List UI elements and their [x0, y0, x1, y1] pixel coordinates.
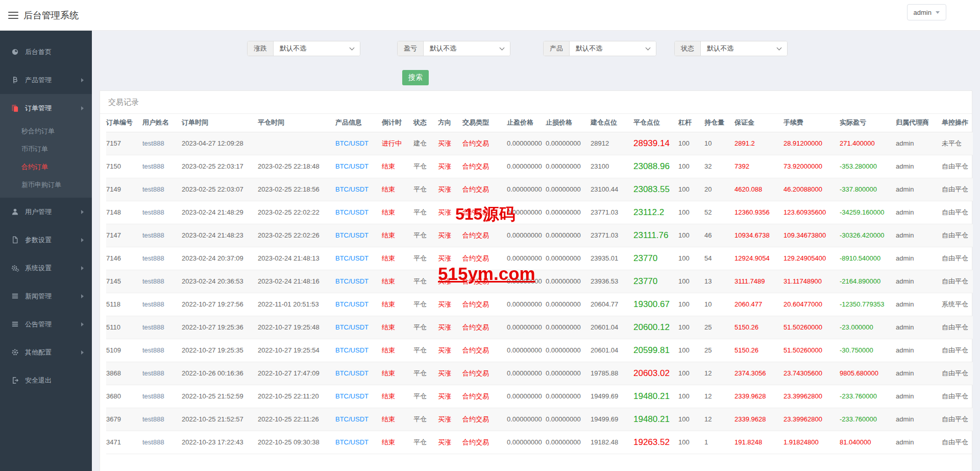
sidebar-item-label: 用户管理: [25, 207, 81, 217]
vol-cell: 12: [704, 362, 734, 385]
fee-cell: 23.74305600: [783, 362, 840, 385]
profit-cell: -2164.890000: [840, 270, 896, 293]
sidebar-item-product[interactable]: 产品管理: [0, 66, 92, 94]
sidebar-item-label: 安全退出: [25, 376, 84, 385]
countdown-cell: 结束: [382, 224, 413, 247]
agent-cell: admin: [896, 316, 942, 339]
status-cell: 建仓: [413, 132, 438, 155]
sidebar-subitem[interactable]: 币币订单: [0, 140, 92, 158]
user-cell: test888: [142, 408, 182, 431]
updown-select[interactable]: 默认不选: [274, 41, 360, 56]
product-cell[interactable]: BTC/USDT: [335, 385, 382, 408]
profit-label: 盈亏: [398, 41, 424, 56]
sidebar-item-user[interactable]: 用户管理: [0, 198, 92, 226]
id-cell: 7146: [106, 247, 142, 270]
user-cell: test888: [142, 132, 182, 155]
search-button[interactable]: 搜索: [402, 70, 429, 85]
sidebar-subitem[interactable]: 新币申购订单: [0, 176, 92, 194]
tp-cell: 0.00000000: [507, 293, 546, 316]
tp-cell: 0.00000000: [507, 178, 546, 201]
tp-cell: 0.00000000: [507, 155, 546, 178]
user-dropdown[interactable]: admin: [907, 4, 946, 20]
sidebar-item-logout[interactable]: 安全退出: [0, 366, 92, 394]
chevron-right-icon: [81, 294, 84, 298]
chevron-right-icon: [81, 322, 84, 326]
product-cell[interactable]: BTC/USDT: [335, 293, 382, 316]
product-cell[interactable]: BTC/USDT: [335, 224, 382, 247]
sidebar-item-label: 新闻管理: [25, 292, 81, 301]
orders-icon: [11, 104, 20, 112]
margin-cell: 191.8248: [734, 431, 783, 454]
product-cell[interactable]: BTC/USDT: [335, 362, 382, 385]
sidebar-subitem[interactable]: 合约订单: [0, 158, 92, 176]
sidebar-item-label: 公告管理: [25, 320, 81, 329]
product-cell[interactable]: BTC/USDT: [335, 155, 382, 178]
product-cell[interactable]: BTC/USDT: [335, 201, 382, 224]
profit-select[interactable]: 默认不选: [424, 41, 510, 56]
product-cell[interactable]: BTC/USDT: [335, 270, 382, 293]
open_time-cell: 2022-10-23 17:22:43: [182, 431, 258, 454]
product-cell[interactable]: BTC/USDT: [335, 431, 382, 454]
table-row: 3679test8882022-10-25 21:52:572022-10-25…: [106, 408, 973, 431]
product-cell[interactable]: BTC/USDT: [335, 339, 382, 362]
vol-cell: 12: [704, 408, 734, 431]
sidebar-item-params[interactable]: 参数设置: [0, 226, 92, 254]
close_pt-cell: 23088.96: [633, 155, 678, 178]
sidebar-item-other[interactable]: 其他配置: [0, 338, 92, 366]
table-row: 7149test8882023-02-25 22:03:072023-02-25…: [106, 178, 973, 201]
product-cell[interactable]: BTC/USDT: [335, 247, 382, 270]
vol-cell: 1: [704, 431, 734, 454]
open_pt-cell: 19785.88: [591, 362, 633, 385]
lever-cell: 100: [678, 155, 704, 178]
status-cell: 平仓: [413, 270, 438, 293]
agent-cell: admin: [896, 339, 942, 362]
direction-cell: 买涨: [438, 293, 462, 316]
type-cell: 合约交易: [462, 201, 507, 224]
close_time-cell: 2023-02-25 22:02:22: [258, 201, 335, 224]
profit-cell: 271.400000: [840, 132, 896, 155]
sidebar-subitem[interactable]: 秒合约订单: [0, 122, 92, 140]
user-name: admin: [914, 9, 932, 16]
close_pt-cell: 19480.21: [633, 408, 678, 431]
op-cell: 自由平仓: [942, 316, 973, 339]
sidebar-item-order[interactable]: 订单管理: [0, 94, 92, 122]
lever-cell: 100: [678, 201, 704, 224]
status-cell: 平仓: [413, 431, 438, 454]
product-cell[interactable]: BTC/USDT: [335, 408, 382, 431]
sidebar-item-home[interactable]: 后台首页: [0, 38, 92, 66]
agent-cell: admin: [896, 293, 942, 316]
type-cell: 合约交易: [462, 132, 507, 155]
product-cell[interactable]: BTC/USDT: [335, 316, 382, 339]
sl-cell: 0.00000000: [546, 431, 591, 454]
hamburger-menu-icon[interactable]: [8, 12, 18, 21]
sidebar-item-system[interactable]: 系统设置: [0, 254, 92, 282]
product-select[interactable]: 默认不选: [570, 41, 656, 56]
agent-cell: admin: [896, 385, 942, 408]
product-cell[interactable]: BTC/USDT: [335, 132, 382, 155]
close_time-cell: 2023-02-25 22:18:48: [258, 155, 335, 178]
col-header-product: 产品信息: [335, 114, 382, 132]
id-cell: 7150: [106, 155, 142, 178]
col-header-tp: 止盈价格: [507, 114, 546, 132]
type-cell: 合约交易: [462, 178, 507, 201]
direction-cell: 买涨: [438, 316, 462, 339]
status-cell: 平仓: [413, 362, 438, 385]
type-cell: 合约交易: [462, 247, 507, 270]
sl-cell: 0.00000000: [546, 247, 591, 270]
direction-cell: 买涨: [438, 431, 462, 454]
agent-cell: admin: [896, 132, 942, 155]
close_time-cell: 2022-10-25 22:11:26: [258, 408, 335, 431]
open_time-cell: 2022-10-26 00:16:36: [182, 362, 258, 385]
countdown-cell: 结束: [382, 155, 413, 178]
status-select[interactable]: 默认不选: [701, 41, 787, 56]
close_time-cell: 2023-02-24 21:48:13: [258, 247, 335, 270]
updown-label: 涨跌: [248, 41, 274, 56]
close_pt-cell: 19480.21: [633, 385, 678, 408]
vol-cell: 25: [704, 339, 734, 362]
product-cell[interactable]: BTC/USDT: [335, 178, 382, 201]
margin-cell: 2060.477: [734, 293, 783, 316]
lever-cell: 100: [678, 293, 704, 316]
open_time-cell: 2022-10-27 19:25:35: [182, 339, 258, 362]
sidebar-item-news[interactable]: 新闻管理: [0, 282, 92, 310]
sidebar-item-notice[interactable]: 公告管理: [0, 310, 92, 338]
